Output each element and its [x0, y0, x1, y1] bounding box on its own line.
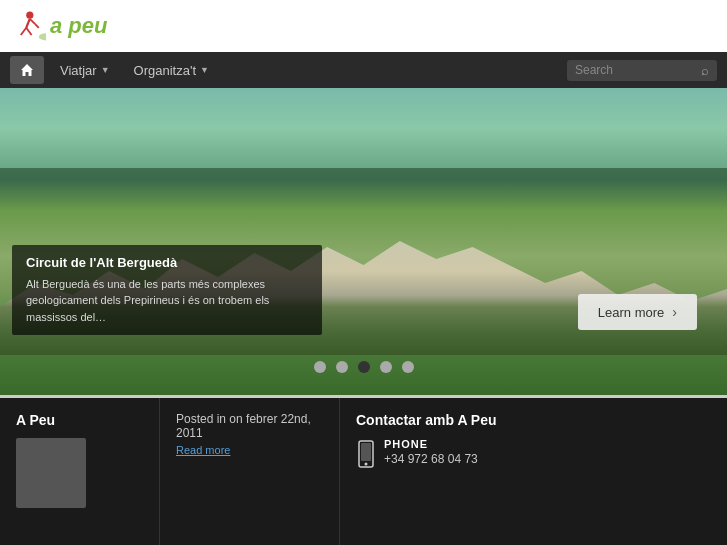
- svg-line-3: [26, 28, 31, 35]
- nav-organitzat[interactable]: Organitza't ▼: [122, 52, 221, 88]
- slider-dots: [314, 361, 414, 373]
- svg-line-1: [26, 19, 30, 28]
- svg-point-9: [365, 463, 368, 466]
- search-icon: ⌕: [701, 63, 709, 78]
- logo[interactable]: a peu: [10, 8, 107, 44]
- hero-image: [0, 88, 727, 395]
- phone-label: PHONE: [384, 438, 478, 450]
- nav-viatjar[interactable]: Viatjar ▼: [48, 52, 122, 88]
- svg-line-5: [35, 24, 39, 28]
- phone-icon: [356, 440, 376, 472]
- home-icon: [19, 62, 35, 78]
- slider-dot-1[interactable]: [314, 361, 326, 373]
- search-input[interactable]: [575, 63, 695, 77]
- bottom-col-contact: Contactar amb A Peu PHONE +34 972 68 04 …: [340, 398, 727, 545]
- hero-description: Alt Berguedà és una de les parts més com…: [26, 276, 308, 326]
- svg-point-0: [26, 12, 33, 19]
- chevron-down-icon: ▼: [200, 65, 209, 75]
- hero-caption: Circuit de l'Alt Berguedà Alt Berguedà é…: [12, 245, 322, 336]
- bottom-col-apeu: A Peu: [0, 398, 160, 545]
- slider-dot-2[interactable]: [336, 361, 348, 373]
- svg-rect-8: [361, 443, 371, 461]
- phone-number: +34 972 68 04 73: [384, 452, 478, 466]
- hero-slider: Circuit de l'Alt Berguedà Alt Berguedà é…: [0, 88, 727, 398]
- read-more-link[interactable]: Read more: [176, 444, 323, 456]
- home-button[interactable]: [10, 56, 44, 84]
- chevron-right-icon: ›: [672, 304, 677, 320]
- bottom-col-post: Posted in on febrer 22nd, 2011 Read more: [160, 398, 340, 545]
- hero-title: Circuit de l'Alt Berguedà: [26, 255, 308, 270]
- bottom-thumbnail: [16, 438, 86, 508]
- learn-more-button[interactable]: Learn more ›: [578, 294, 697, 330]
- bottom-bar: A Peu Posted in on febrer 22nd, 2011 Rea…: [0, 398, 727, 545]
- svg-point-6: [39, 33, 46, 40]
- logo-text: a peu: [50, 13, 107, 39]
- nav-bar: Viatjar ▼ Organitza't ▼ ⌕: [0, 52, 727, 88]
- contact-title: Contactar amb A Peu: [356, 412, 711, 428]
- search-bar: ⌕: [567, 60, 717, 81]
- logo-icon: [10, 8, 46, 44]
- logo-bar: a peu: [0, 0, 727, 52]
- bottom-apeu-title: A Peu: [16, 412, 143, 428]
- slider-dot-3[interactable]: [358, 361, 370, 373]
- contact-phone-row: PHONE +34 972 68 04 73: [356, 438, 711, 472]
- svg-line-2: [21, 28, 26, 35]
- slider-dot-5[interactable]: [402, 361, 414, 373]
- post-date: Posted in on febrer 22nd, 2011: [176, 412, 311, 440]
- svg-line-4: [30, 19, 35, 24]
- slider-dot-4[interactable]: [380, 361, 392, 373]
- chevron-down-icon: ▼: [101, 65, 110, 75]
